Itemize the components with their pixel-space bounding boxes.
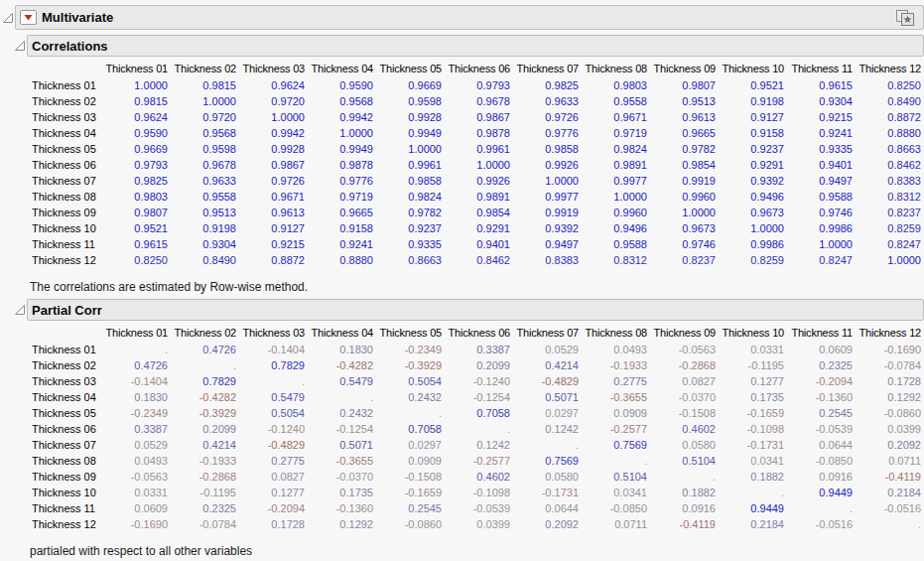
correlation-cell: 1.0000 <box>445 157 513 173</box>
correlation-cell: 0.8880 <box>308 252 376 268</box>
correlation-cell: 0.9671 <box>239 189 308 205</box>
row-label: Thickness 08 <box>0 189 102 205</box>
correlation-cell: 0.9854 <box>650 157 719 173</box>
partial-corr-titlebar[interactable]: Partial Corr <box>27 299 924 321</box>
partial-correlation-cell: 0.0916 <box>787 469 856 485</box>
row-label: Thickness 10 <box>0 485 102 500</box>
row-label: Thickness 03 <box>0 373 102 389</box>
partial-correlation-cell: -0.0784 <box>171 516 239 532</box>
column-header: Thickness 11 <box>787 325 856 342</box>
partial-correlation-cell: 0.4726 <box>171 342 239 357</box>
partial-correlation-cell: 0.5479 <box>239 389 308 405</box>
partial-correlation-cell: 0.5104 <box>582 469 650 485</box>
partial-correlation-cell: -0.1731 <box>719 437 787 453</box>
correlation-cell: 0.9678 <box>445 93 513 109</box>
partial-correlation-cell: 0.9449 <box>719 500 787 516</box>
disclosure-open-icon[interactable] <box>14 40 26 52</box>
partial-correlation-cell: -0.1508 <box>376 469 445 485</box>
column-header: Thickness 10 <box>719 325 787 342</box>
partial-correlation-cell: 0.1292 <box>856 389 924 405</box>
partial-correlation-cell: -0.2868 <box>171 469 239 485</box>
partial-correlation-cell: . <box>719 485 787 500</box>
correlation-cell: 0.8383 <box>513 252 582 268</box>
correlation-cell: 0.9926 <box>445 173 513 189</box>
partial-correlation-cell: -0.1659 <box>719 405 787 421</box>
correlation-cell: 0.9824 <box>582 141 650 157</box>
partial-correlation-cell: -0.0539 <box>445 500 513 516</box>
partial-correlation-cell: 0.0331 <box>719 342 787 357</box>
correlation-cell: 0.9335 <box>376 236 445 252</box>
correlation-cell: 0.8880 <box>856 125 924 141</box>
column-header: Thickness 09 <box>650 61 719 77</box>
correlation-cell: 0.9858 <box>376 173 445 189</box>
correlation-cell: 0.8663 <box>376 252 445 268</box>
multivariate-outline-row: Multivariate <box>2 5 924 30</box>
column-header: Thickness 05 <box>376 61 445 77</box>
corner-cell <box>0 325 102 342</box>
partial-correlation-cell: . <box>239 373 308 389</box>
partial-correlation-cell: 0.0529 <box>513 342 582 357</box>
partial-correlation-cell: 0.7829 <box>239 357 308 373</box>
partial-correlation-cell: -0.4119 <box>650 516 719 532</box>
partial-correlation-cell: 0.0399 <box>445 516 513 532</box>
partial-correlation-cell: 0.1277 <box>719 373 787 389</box>
partial-correlation-cell: . <box>582 453 650 469</box>
table-row: Thickness 100.0331-0.11950.12770.1735-0.… <box>0 485 924 500</box>
partial-correlation-cell: 0.1830 <box>102 389 171 405</box>
row-label: Thickness 05 <box>0 141 102 157</box>
partial-correlation-cell: 0.0916 <box>650 500 719 516</box>
correlation-cell: 0.9215 <box>787 109 856 125</box>
correlation-cell: 0.9720 <box>239 93 308 109</box>
partial-correlation-cell: 0.7569 <box>582 437 650 453</box>
column-header: Thickness 12 <box>856 325 924 342</box>
partial-correlation-cell: 0.4214 <box>171 437 239 453</box>
correlation-cell: 0.9726 <box>513 109 582 125</box>
partial-correlation-cell: -0.3655 <box>582 389 650 405</box>
table-row: Thickness 020.4726.0.7829-0.4282-0.39290… <box>0 357 924 373</box>
table-row: Thickness 030.96240.97201.00000.99420.99… <box>0 109 924 125</box>
correlation-cell: 0.8462 <box>856 157 924 173</box>
partial-correlation-cell: . <box>650 469 719 485</box>
correlation-cell: 1.0000 <box>856 252 924 268</box>
partial-correlation-cell: 0.0331 <box>102 485 171 500</box>
partial-correlation-cell: . <box>513 437 582 453</box>
red-triangle-menu-button[interactable] <box>20 10 37 25</box>
correlation-cell: 0.9977 <box>513 189 582 205</box>
multivariate-titlebar[interactable]: Multivariate <box>15 5 924 30</box>
column-header: Thickness 10 <box>719 61 787 77</box>
report-windows-icon[interactable] <box>895 9 915 27</box>
correlation-cell: 0.8237 <box>856 205 924 220</box>
row-label: Thickness 07 <box>0 437 102 453</box>
correlation-cell: 0.9291 <box>719 157 787 173</box>
correlations-titlebar[interactable]: Correlations <box>27 35 924 57</box>
correlation-cell: 0.9513 <box>650 93 719 109</box>
partial-correlation-cell: -0.0539 <box>787 421 856 437</box>
partial-correlation-cell: 0.5054 <box>239 405 308 421</box>
correlation-cell: 1.0000 <box>650 205 719 220</box>
partial-correlation-cell: -0.4282 <box>308 357 376 373</box>
partial-correlation-cell: -0.1098 <box>445 485 513 500</box>
partial-correlation-cell: 0.0297 <box>376 437 445 453</box>
partial-correlation-cell: -0.1240 <box>445 373 513 389</box>
row-label: Thickness 12 <box>0 516 102 532</box>
row-label: Thickness 02 <box>0 93 102 109</box>
disclosure-open-icon[interactable] <box>14 304 26 316</box>
correlation-cell: 0.9598 <box>171 141 239 157</box>
column-header: Thickness 07 <box>513 61 582 77</box>
column-header: Thickness 04 <box>308 325 376 342</box>
partial-correlation-cell: 0.1728 <box>239 516 308 532</box>
correlation-cell: 0.9521 <box>102 220 171 236</box>
partial-correlation-cell: 0.1242 <box>445 437 513 453</box>
disclosure-open-icon[interactable] <box>2 12 14 24</box>
partial-correlation-cell: -0.2349 <box>376 342 445 357</box>
partial-correlation-cell: -0.0850 <box>582 500 650 516</box>
partial-correlation-cell: -0.1933 <box>582 357 650 373</box>
correlation-cell: 0.9127 <box>719 109 787 125</box>
row-label: Thickness 04 <box>0 125 102 141</box>
correlation-cell: 0.9496 <box>719 189 787 205</box>
correlation-cell: 0.9746 <box>650 236 719 252</box>
table-row: Thickness 080.98030.95580.96710.97190.98… <box>0 189 924 205</box>
column-header: Thickness 12 <box>856 61 924 77</box>
correlation-cell: 0.9513 <box>171 205 239 220</box>
partial-correlation-cell: -0.1240 <box>239 421 308 437</box>
